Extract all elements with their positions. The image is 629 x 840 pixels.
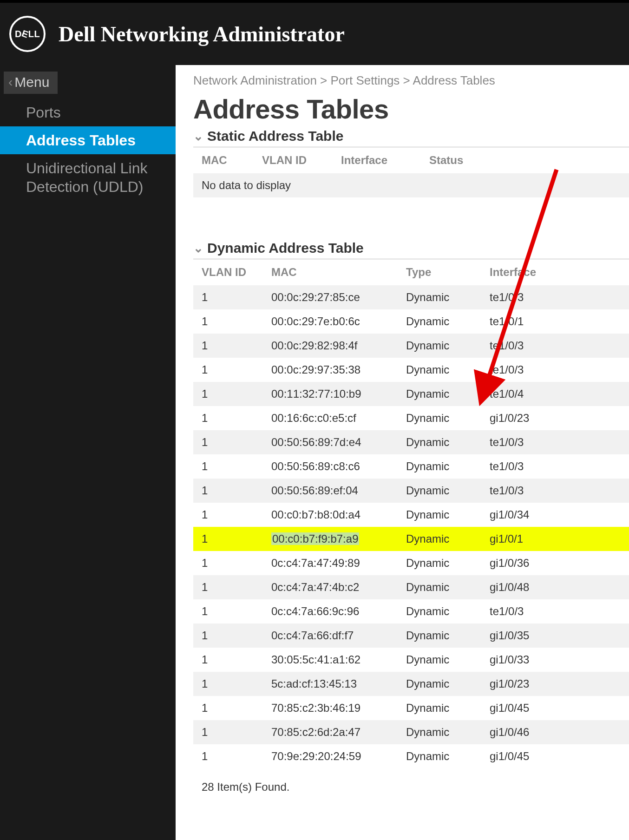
table-row[interactable]: 100:50:56:89:ef:04Dynamicte1/0/3 bbox=[193, 479, 629, 503]
cell-type: Dynamic bbox=[398, 309, 481, 334]
cell-type: Dynamic bbox=[398, 406, 481, 430]
table-row[interactable]: 100:c0:b7:b8:0d:a4Dynamicgi1/0/34 bbox=[193, 503, 629, 527]
cell-interface: te1/0/1 bbox=[481, 309, 629, 334]
cell-vlan: 1 bbox=[193, 334, 263, 358]
cell-mac: 00:50:56:89:ef:04 bbox=[263, 479, 398, 503]
sidebar-item-ports[interactable]: Ports bbox=[0, 98, 176, 126]
cell-mac: 00:c0:b7:b8:0d:a4 bbox=[263, 503, 398, 527]
cell-mac: 5c:ad:cf:13:45:13 bbox=[263, 672, 398, 696]
table-row[interactable]: 100:0c:29:7e:b0:6cDynamicte1/0/1 bbox=[193, 309, 629, 334]
cell-type: Dynamic bbox=[398, 672, 481, 696]
table-row[interactable]: 100:11:32:77:10:b9Dynamicte1/0/4 bbox=[193, 382, 629, 406]
sidebar-item-unidirectional-link-detection-udld[interactable]: Unidirectional Link Detection (UDLD) bbox=[0, 154, 176, 201]
section-title-dynamic: Dynamic Address Table bbox=[207, 240, 364, 256]
cell-type: Dynamic bbox=[398, 430, 481, 454]
table-row[interactable]: 10c:c4:7a:47:49:89Dynamicgi1/0/36 bbox=[193, 551, 629, 575]
section-toggle-dynamic[interactable]: ⌄ Dynamic Address Table bbox=[193, 240, 629, 256]
cell-interface: gi1/0/33 bbox=[481, 648, 629, 672]
cell-interface: gi1/0/35 bbox=[481, 623, 629, 648]
table-row[interactable]: 170:85:c2:6d:2a:47Dynamicgi1/0/46 bbox=[193, 720, 629, 744]
cell-mac: 00:11:32:77:10:b9 bbox=[263, 382, 398, 406]
table-row[interactable]: 170:9e:29:20:24:59Dynamicgi1/0/45 bbox=[193, 744, 629, 768]
table-row[interactable]: 10c:c4:7a:66:df:f7Dynamicgi1/0/35 bbox=[193, 623, 629, 648]
cell-interface: gi1/0/34 bbox=[481, 503, 629, 527]
cell-type: Dynamic bbox=[398, 551, 481, 575]
table-row[interactable]: 100:0c:29:82:98:4fDynamicte1/0/3 bbox=[193, 334, 629, 358]
cell-vlan: 1 bbox=[193, 382, 263, 406]
cell-mac: 00:c0:b7:f9:b7:a9 bbox=[263, 527, 398, 551]
table-row[interactable]: 10c:c4:7a:66:9c:96Dynamicte1/0/3 bbox=[193, 599, 629, 623]
cell-mac: 0c:c4:7a:47:49:89 bbox=[263, 551, 398, 575]
cell-interface: te1/0/3 bbox=[481, 358, 629, 382]
cell-type: Dynamic bbox=[398, 720, 481, 744]
cell-vlan: 1 bbox=[193, 599, 263, 623]
table-row[interactable]: 130:05:5c:41:a1:62Dynamicgi1/0/33 bbox=[193, 648, 629, 672]
breadcrumb: Network Administration > Port Settings >… bbox=[193, 73, 629, 88]
column-header: MAC bbox=[263, 259, 398, 285]
menu-back-label: Menu bbox=[14, 74, 49, 90]
page-title: Address Tables bbox=[193, 93, 629, 125]
cell-interface: te1/0/3 bbox=[481, 334, 629, 358]
section-title-static: Static Address Table bbox=[207, 128, 343, 144]
cell-type: Dynamic bbox=[398, 334, 481, 358]
column-header: VLAN ID bbox=[193, 259, 263, 285]
no-data-text: No data to display bbox=[193, 173, 629, 197]
cell-type: Dynamic bbox=[398, 479, 481, 503]
chevron-down-icon: ⌄ bbox=[193, 129, 203, 144]
table-row: No data to display bbox=[193, 173, 629, 197]
cell-vlan: 1 bbox=[193, 720, 263, 744]
column-header: Interface bbox=[481, 259, 629, 285]
cell-type: Dynamic bbox=[398, 623, 481, 648]
cell-vlan: 1 bbox=[193, 744, 263, 768]
cell-mac: 70:85:c2:3b:46:19 bbox=[263, 696, 398, 720]
cell-vlan: 1 bbox=[193, 551, 263, 575]
table-row[interactable]: 100:16:6c:c0:e5:cfDynamicgi1/0/23 bbox=[193, 406, 629, 430]
cell-interface: gi1/0/36 bbox=[481, 551, 629, 575]
cell-type: Dynamic bbox=[398, 599, 481, 623]
column-header: VLAN ID bbox=[254, 147, 333, 173]
cell-interface: gi1/0/48 bbox=[481, 575, 629, 599]
cell-vlan: 1 bbox=[193, 696, 263, 720]
table-row[interactable]: 100:c0:b7:f9:b7:a9Dynamicgi1/0/1 bbox=[193, 527, 629, 551]
table-row[interactable]: 170:85:c2:3b:46:19Dynamicgi1/0/45 bbox=[193, 696, 629, 720]
app-header: DELL Dell Networking Administrator bbox=[0, 0, 629, 65]
cell-interface: te1/0/3 bbox=[481, 285, 629, 309]
cell-interface: gi1/0/46 bbox=[481, 720, 629, 744]
cell-interface: gi1/0/45 bbox=[481, 696, 629, 720]
cell-vlan: 1 bbox=[193, 358, 263, 382]
cell-mac: 00:0c:29:97:35:38 bbox=[263, 358, 398, 382]
cell-mac: 00:50:56:89:c8:c6 bbox=[263, 454, 398, 479]
cell-interface: gi1/0/1 bbox=[481, 527, 629, 551]
table-row[interactable]: 100:0c:29:27:85:ceDynamicte1/0/3 bbox=[193, 285, 629, 309]
cell-mac: 0c:c4:7a:47:4b:c2 bbox=[263, 575, 398, 599]
cell-mac: 00:0c:29:7e:b0:6c bbox=[263, 309, 398, 334]
cell-type: Dynamic bbox=[398, 285, 481, 309]
cell-type: Dynamic bbox=[398, 648, 481, 672]
menu-back-button[interactable]: ‹ Menu bbox=[4, 72, 58, 94]
section-toggle-static[interactable]: ⌄ Static Address Table bbox=[193, 128, 629, 144]
table-row[interactable]: 100:50:56:89:7d:e4Dynamicte1/0/3 bbox=[193, 430, 629, 454]
cell-vlan: 1 bbox=[193, 430, 263, 454]
cell-interface: te1/0/4 bbox=[481, 382, 629, 406]
sidebar-item-address-tables[interactable]: Address Tables bbox=[0, 126, 176, 154]
table-row[interactable]: 10c:c4:7a:47:4b:c2Dynamicgi1/0/48 bbox=[193, 575, 629, 599]
cell-vlan: 1 bbox=[193, 648, 263, 672]
cell-interface: te1/0/3 bbox=[481, 430, 629, 454]
cell-interface: te1/0/3 bbox=[481, 454, 629, 479]
table-row[interactable]: 100:50:56:89:c8:c6Dynamicte1/0/3 bbox=[193, 454, 629, 479]
cell-interface: gi1/0/45 bbox=[481, 744, 629, 768]
sidebar: ‹ Menu PortsAddress TablesUnidirectional… bbox=[0, 65, 176, 840]
cell-mac: 00:16:6c:c0:e5:cf bbox=[263, 406, 398, 430]
cell-vlan: 1 bbox=[193, 527, 263, 551]
cell-mac: 70:85:c2:6d:2a:47 bbox=[263, 720, 398, 744]
table-row[interactable]: 100:0c:29:97:35:38Dynamicte1/0/3 bbox=[193, 358, 629, 382]
cell-vlan: 1 bbox=[193, 479, 263, 503]
cell-vlan: 1 bbox=[193, 623, 263, 648]
cell-type: Dynamic bbox=[398, 527, 481, 551]
cell-vlan: 1 bbox=[193, 454, 263, 479]
cell-mac: 00:0c:29:82:98:4f bbox=[263, 334, 398, 358]
items-found-text: 28 Item(s) Found. bbox=[193, 768, 629, 794]
cell-vlan: 1 bbox=[193, 575, 263, 599]
table-row[interactable]: 15c:ad:cf:13:45:13Dynamicgi1/0/23 bbox=[193, 672, 629, 696]
chevron-left-icon: ‹ bbox=[8, 75, 13, 90]
